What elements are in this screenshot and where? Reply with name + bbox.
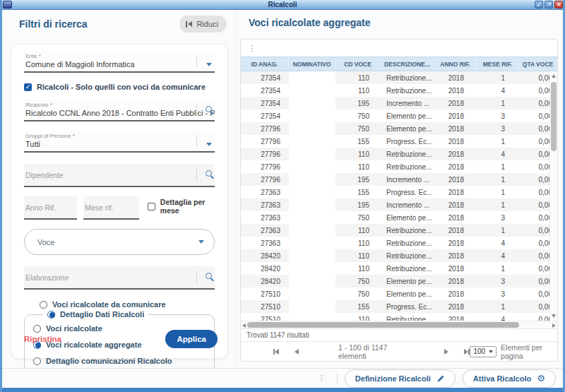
radio-dettaglio-dati[interactable]: Dettaglio Dati Ricalcoli (47, 310, 144, 319)
table-row[interactable]: 27796155Progress. Ec...201810,00 (241, 135, 557, 148)
cell-nominativo (289, 262, 335, 275)
column-header[interactable]: ANNO RIF. (434, 57, 477, 71)
scroll-right-icon[interactable] (552, 323, 556, 328)
search-icon[interactable] (206, 167, 212, 179)
dettaglia-checkbox-row[interactable]: Dettaglia per mese (148, 198, 215, 215)
cell-mese: 4 (477, 237, 519, 249)
previous-page-icon[interactable] (295, 349, 299, 355)
table-row[interactable]: 28420750Elemento pe...201830,00 (241, 275, 557, 287)
table-row[interactable]: 27354110Retribuzione...201840,00 (241, 84, 557, 97)
vertical-scroll-thumb[interactable] (551, 82, 557, 151)
cell-nominativo (289, 122, 335, 135)
column-header[interactable]: CD VOCE (335, 57, 381, 71)
next-page-icon[interactable] (444, 349, 448, 355)
column-header[interactable]: ID ANAG. (241, 57, 289, 71)
column-header[interactable]: MESE RIF. (477, 57, 519, 71)
voce-select[interactable]: Voce (24, 229, 215, 255)
ricalcoli-checkbox[interactable]: ✓ (24, 83, 32, 91)
attiva-label: Attiva Ricalcolo (473, 374, 532, 383)
cell-cd: 110 (335, 224, 381, 237)
cell-descr: Elemento pe... (381, 109, 434, 122)
ricalcoli-checkbox-row[interactable]: ✓ Ricalcoli - Solo quelli con voci da co… (24, 83, 215, 91)
table-row[interactable]: 27796110Retribuzione...201810,00 (241, 160, 557, 173)
scroll-up-icon[interactable] (552, 74, 556, 78)
table-row[interactable]: 28420110Retribuzione...201840,00 (241, 249, 557, 262)
dipendente-field[interactable]: Dipendente (24, 164, 215, 187)
ripristina-link[interactable]: Ripristina (24, 335, 61, 343)
cell-anno: 2018 (434, 224, 477, 237)
mese-rif-field[interactable]: Mese rif. (83, 196, 139, 220)
table-row[interactable]: 27510750Elemento pe...201830,00 (241, 287, 557, 300)
table-row[interactable]: 27363110Retribuzione...201840,00 (241, 237, 557, 249)
cell-anno: 2018 (434, 135, 477, 148)
dettaglia-checkbox-label: Dettaglia per mese (160, 198, 215, 215)
table-row[interactable]: 27363155Progress. Ec...201810,00 (241, 186, 557, 198)
radio-icon[interactable] (33, 357, 41, 365)
cell-anno: 2018 (434, 97, 477, 109)
definizione-ricalcoli-button[interactable]: Definizione Ricalcoli (345, 369, 456, 388)
attiva-ricalcolo-button[interactable]: Attiva Ricalcolo ⚙ (463, 369, 556, 388)
restore-button[interactable]: ↙ (535, 1, 543, 8)
pencil-icon (436, 374, 445, 383)
cell-id: 28420 (241, 275, 289, 287)
cell-anno: 2018 (434, 71, 477, 84)
chevron-down-icon[interactable] (206, 63, 212, 66)
cell-mese: 4 (477, 148, 519, 160)
search-icon[interactable] (206, 269, 212, 282)
table-row[interactable]: 27354750Elemento pe...201830,00 (241, 109, 557, 122)
table-row[interactable]: 27796110Retribuzione...201840,00 (241, 148, 557, 160)
page-size-select[interactable]: 100 (470, 346, 496, 357)
vertical-scrollbar[interactable] (549, 71, 557, 321)
table-row[interactable]: 27510110Retribuzione...201840,00 (241, 313, 557, 321)
table-row[interactable]: 27363110Retribuzione...201810,00 (241, 224, 557, 237)
table-menu-icon[interactable]: ⋮ (248, 44, 256, 52)
anno-rif-field[interactable]: Anno Rif. (24, 196, 77, 220)
search-icon[interactable] (206, 102, 212, 115)
scroll-left-icon[interactable] (242, 323, 246, 328)
cell-descr: Retribuzione... (381, 148, 434, 160)
table-row[interactable]: 27354110Retribuzione...201810,00 (241, 71, 557, 84)
chevron-down-icon[interactable] (206, 143, 212, 146)
radio-voci-da-comunicare[interactable]: Voci ricalcolate da comunicare (40, 300, 215, 309)
cell-cd: 110 (335, 262, 381, 275)
collapse-filters-button[interactable]: Riduci (179, 16, 227, 32)
radio-dettaglio-comunicazioni[interactable]: Dettaglio comunicazioni Ricalcolo (33, 357, 206, 365)
table-row[interactable]: 27510155Progress. Ec...201810,00 (241, 300, 557, 313)
cell-id: 28420 (241, 249, 289, 262)
table-row[interactable]: 27363195Incremento ...201810,00 (241, 198, 557, 211)
last-page-icon[interactable] (464, 349, 470, 355)
cell-anno: 2018 (434, 262, 477, 275)
radio-label: Dettaglio comunicazioni Ricalcolo (46, 357, 172, 365)
horizontal-scrollbar[interactable] (241, 321, 557, 328)
first-page-icon[interactable] (273, 349, 279, 355)
column-header[interactable]: NOMINATIVO (289, 57, 335, 71)
applica-button[interactable]: Applica (165, 330, 218, 348)
radio-icon-selected[interactable] (47, 311, 55, 319)
cell-id: 27354 (241, 84, 289, 97)
ente-field[interactable]: Ente * Comune di Maggioli Informatica (24, 51, 215, 73)
table-row[interactable]: 27796750Elemento pe...201830,00 (241, 122, 557, 135)
radio-icon[interactable] (40, 301, 47, 309)
close-button[interactable]: ✕ (554, 1, 563, 8)
table-row[interactable]: 28420110Retribuzione...201810,00 (241, 262, 557, 275)
cell-nominativo (289, 71, 335, 84)
cell-nominativo (289, 148, 335, 160)
cell-cd: 750 (335, 109, 381, 122)
maximize-button[interactable]: ↗ (545, 1, 553, 8)
cell-nominativo (289, 300, 335, 313)
cell-mese: 1 (477, 198, 519, 211)
footer-menu-icon[interactable]: ⋮ (318, 374, 326, 382)
table-row[interactable]: 27354195Incremento ...201810,00 (241, 97, 557, 109)
table-row[interactable]: 27796195Incremento ...201810,00 (241, 173, 557, 186)
column-header[interactable]: DESCRIZIONE... (381, 57, 434, 71)
table-row[interactable]: 27363750Elemento pe...201830,00 (241, 211, 557, 224)
cell-mese: 3 (477, 287, 519, 300)
cell-anno: 2018 (434, 249, 477, 262)
scroll-down-icon[interactable] (552, 314, 556, 318)
dettaglia-checkbox[interactable] (148, 203, 155, 210)
gruppi-field[interactable]: Gruppi di Persone * Tutti (24, 131, 215, 153)
ricalcolo-field[interactable]: Ricalcolo * Ricalcolo CCNL Anno 2018 - C… (24, 100, 215, 121)
column-header[interactable]: QTA VOCE (519, 57, 557, 71)
horizontal-scroll-thumb[interactable] (247, 322, 519, 328)
elaborazione-field[interactable]: Elaborazione (24, 266, 215, 290)
